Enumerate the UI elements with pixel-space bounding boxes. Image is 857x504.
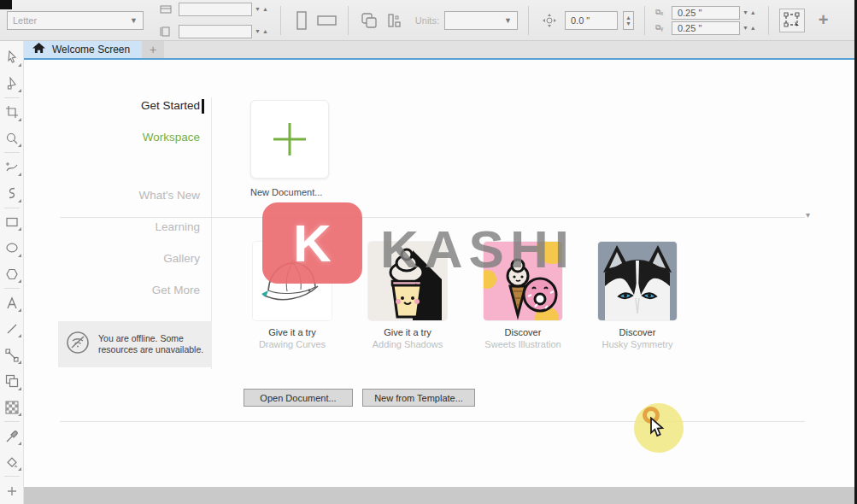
card-title: Discover: [484, 327, 562, 337]
rectangle-tool[interactable]: [2, 209, 22, 236]
husky-artwork: [598, 242, 677, 320]
card-title: Give it a try: [368, 327, 447, 337]
toolbox-separator: [4, 208, 20, 208]
watermark-badge: K: [262, 202, 362, 284]
pick-tool[interactable]: [2, 44, 22, 71]
card-subtitle: Drawing Curves: [253, 339, 332, 349]
document-tab-bar: Welcome Screen +: [24, 41, 857, 60]
page-height-icon: [156, 21, 176, 42]
welcome-screen: Get Started Workspace What's New Learnin…: [24, 60, 857, 487]
card-title: Discover: [598, 327, 677, 337]
new-from-template-button[interactable]: New from Template...: [362, 389, 475, 407]
toolbox-separator: [4, 97, 20, 98]
shape-tool[interactable]: [2, 71, 22, 97]
nav-item-gallery[interactable]: Gallery: [58, 252, 200, 265]
artistic-media-tool[interactable]: [2, 180, 22, 207]
zoom-tool[interactable]: [2, 126, 22, 152]
duplicate-distance-x-spinner[interactable]: ▼▲: [743, 9, 758, 15]
nudge-offset-spinner[interactable]: ▲▼: [623, 11, 634, 30]
connector-tool[interactable]: [2, 342, 22, 368]
page-width-input[interactable]: [179, 3, 252, 16]
watermark-letter: K: [293, 213, 332, 273]
nudge-offset-value: 0.0 ": [571, 15, 590, 26]
transparency-tool[interactable]: [2, 395, 22, 421]
offline-text: You are offline. Some resources are unav…: [98, 333, 205, 355]
new-document-card[interactable]: [250, 100, 329, 179]
nudge-offset-input[interactable]: 0.0 ": [565, 11, 618, 30]
thumbnail-husky-symmetry[interactable]: [598, 242, 677, 320]
tab-welcome-screen[interactable]: Welcome Screen: [24, 41, 142, 58]
crop-tool[interactable]: [2, 99, 22, 126]
toolbox-separator: [4, 152, 20, 153]
new-document-label: New Document...: [250, 187, 322, 197]
duplicate-distance-x-icon: ⧉ₓ: [655, 8, 669, 17]
polygon-tool[interactable]: [2, 261, 22, 288]
click-highlight: [634, 403, 684, 453]
nav-active-indicator: [202, 99, 204, 114]
toolbar-separator: [768, 6, 769, 35]
paper-size-dropdown[interactable]: Letter ▼: [7, 11, 144, 30]
section-divider: [60, 217, 805, 218]
units-dropdown[interactable]: ▼: [444, 11, 518, 30]
toolbox-separator: [4, 288, 20, 289]
plus-icon: [270, 120, 309, 159]
ellipse-tool[interactable]: [2, 235, 22, 261]
nav-item-learning[interactable]: Learning: [58, 220, 200, 233]
current-page-dimensions-icon[interactable]: [384, 10, 405, 31]
property-bar: Letter ▼ ▼▲ ▼▲: [0, 0, 857, 41]
corner-marker: [0, 0, 12, 9]
freehand-tool[interactable]: [2, 154, 22, 180]
nav-item-whats-new[interactable]: What's New: [58, 189, 200, 202]
offline-icon: [65, 330, 91, 359]
page-height-spinner[interactable]: ▼▲: [255, 28, 270, 34]
all-pages-icon[interactable]: [359, 10, 379, 31]
bottom-divider: [60, 421, 805, 422]
duplicate-distance-x-value: 0.25 ": [678, 8, 701, 18]
duplicate-distance-y-input[interactable]: 0.25 ": [672, 21, 740, 35]
toolbar-separator: [348, 6, 349, 35]
section-collapse-caret[interactable]: ▾: [806, 210, 810, 220]
duplicate-distance-group: ⧉ₓ 0.25 " ▼▲ ⧉ᵧ 0.25 " ▼▲: [655, 6, 758, 35]
nudge-offset-icon: [539, 10, 560, 31]
watermark-text: KASHI: [380, 219, 575, 279]
toolbox: [0, 41, 24, 504]
fill-tool[interactable]: [2, 449, 22, 476]
page-width-spinner[interactable]: ▼▲: [255, 6, 270, 12]
portrait-orientation-button[interactable]: [291, 10, 312, 31]
chevron-down-icon: ▼: [125, 16, 138, 25]
toolbox-separator: [4, 476, 20, 477]
toolbox-separator: [4, 421, 20, 422]
card-subtitle: Sweets Illustration: [484, 339, 562, 349]
offline-notice: You are offline. Some resources are unav…: [58, 321, 212, 367]
units-label: Units:: [415, 15, 439, 26]
nav-item-workspace[interactable]: Workspace: [58, 131, 200, 144]
eyedropper-tool[interactable]: [2, 423, 22, 449]
nav-item-get-more[interactable]: Get More: [58, 284, 200, 296]
new-tab-button[interactable]: +: [142, 41, 164, 58]
duplicate-distance-y-icon: ⧉ᵧ: [655, 23, 669, 32]
coreldraw-window: Letter ▼ ▼▲ ▼▲: [0, 0, 857, 504]
line-tool[interactable]: [2, 316, 22, 343]
landscape-orientation-button[interactable]: [317, 10, 338, 31]
card-subtitle: Adding Shadows: [368, 339, 447, 349]
duplicate-distance-x-input[interactable]: 0.25 ": [672, 6, 740, 20]
page-width-icon: [156, 0, 176, 20]
more-tools-button[interactable]: [2, 478, 22, 504]
duplicate-distance-y-spinner[interactable]: ▼▲: [743, 25, 758, 31]
toolbar-separator: [644, 6, 645, 35]
page-height-input[interactable]: [179, 25, 252, 38]
toolbar-separator: [280, 6, 281, 35]
home-icon: [32, 43, 45, 56]
chevron-down-icon: ▼: [499, 16, 512, 25]
tab-label: Welcome Screen: [52, 44, 130, 56]
card-title: Give it a try: [253, 327, 332, 337]
page-dimensions-group: ▼▲ ▼▲: [156, 0, 270, 42]
text-tool[interactable]: [2, 290, 22, 316]
nav-item-get-started[interactable]: Get Started: [58, 99, 200, 112]
customize-toolbar-button[interactable]: +: [819, 10, 829, 30]
status-strip: [24, 487, 857, 504]
drop-shadow-tool[interactable]: [2, 368, 22, 395]
treat-as-filled-button[interactable]: [779, 9, 805, 32]
open-document-button[interactable]: Open Document...: [244, 389, 353, 407]
mouse-cursor-icon: [649, 417, 666, 441]
